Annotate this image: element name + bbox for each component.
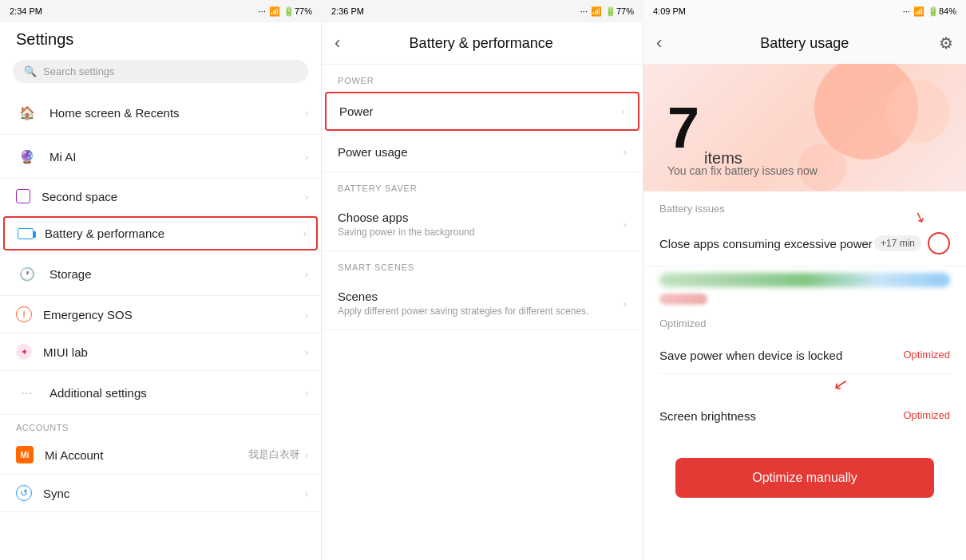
sidebar-item-mi-account[interactable]: Mi Mi Account 我是白衣呀 ›: [0, 436, 321, 475]
miui-label: MIUI lab: [43, 345, 305, 359]
panel3-title: Battery usage: [670, 35, 939, 52]
sidebar-item-home[interactable]: 🏠 Home screen & Recents ›: [0, 91, 321, 135]
search-bar[interactable]: 🔍 Search settings: [13, 60, 308, 83]
sidebar-item-sos[interactable]: ! Emergency SOS ›: [0, 296, 321, 333]
optimized-section: Optimized Save power when device is lock…: [643, 308, 966, 440]
sync-label: Sync: [43, 487, 305, 500]
wifi-p1: 📶: [269, 6, 280, 17]
close-apps-issue-title: Close apps consuming excessive power: [659, 235, 874, 252]
sidebar-item-sync[interactable]: ↺ Sync ›: [0, 475, 321, 512]
battery-usage-panel: ‹ Battery usage ⚙ 7 items You can fix ba…: [643, 22, 966, 560]
power-usage-title: Power usage: [338, 145, 624, 159]
sos-label: Emergency SOS: [43, 308, 305, 321]
sidebar-item-additional[interactable]: ··· Additional settings ›: [0, 371, 321, 415]
battery-performance-panel: ‹ Battery & performance POWER Power › Po…: [322, 22, 643, 560]
scenes-subtitle: Apply different power saving strategies …: [338, 306, 624, 317]
battery-perf-icon: [18, 228, 34, 239]
battery-p1: 🔋77%: [283, 6, 312, 17]
power-item-title: Power: [339, 105, 622, 118]
storage-icon: 🕐: [16, 262, 38, 285]
battery-saver-label: BATTERY SAVER: [322, 172, 643, 198]
chevron-icon: ›: [305, 191, 308, 203]
chevron-icon: ›: [305, 309, 308, 321]
chevron-icon: ›: [305, 487, 308, 499]
battery-perf-label: Battery & performance: [45, 227, 303, 240]
power-item[interactable]: Power ›: [325, 92, 639, 131]
chevron-icon: ›: [305, 346, 308, 358]
battery-p3: 🔋84%: [928, 6, 956, 17]
choose-apps-subtitle: Saving power in the background: [338, 227, 624, 238]
smart-scenes-label: SMART SCENES: [322, 251, 643, 277]
chevron-icon: ›: [305, 268, 308, 280]
screen-brightness-title: Screen brightness: [659, 408, 903, 424]
blurred-bar-1: [659, 273, 950, 287]
choose-apps-title: Choose apps: [338, 211, 624, 224]
save-power-status: Optimized: [903, 349, 950, 361]
choose-apps-item[interactable]: Choose apps Saving power in the backgrou…: [322, 198, 643, 251]
mi-account-value: 我是白衣呀: [248, 448, 300, 462]
panel2-header: ‹ Battery & performance: [322, 22, 643, 64]
status-bar-p3: 4:09 PM ··· 📶 🔋84%: [643, 0, 966, 22]
status-bar-p2: 2:36 PM ··· 📶 🔋77%: [322, 0, 643, 22]
settings-list: 🏠 Home screen & Recents › 🔮 Mi AI › Seco…: [0, 91, 321, 560]
optimize-manually-button[interactable]: Optimize manually: [675, 458, 934, 498]
chevron-icon: ›: [622, 105, 625, 117]
signal-p1: ···: [259, 6, 266, 16]
scenes-title: Scenes: [338, 290, 624, 303]
signal-p3: ···: [903, 6, 910, 16]
save-power-item[interactable]: Save power when device is locked Optimiz…: [659, 337, 950, 374]
chevron-icon: ›: [624, 298, 627, 310]
additional-icon: ···: [16, 381, 38, 404]
wifi-p2: 📶: [591, 6, 602, 17]
miui-icon: ✦: [16, 344, 32, 360]
hero-number: 7: [667, 99, 699, 156]
sidebar-item-ai[interactable]: 🔮 Mi AI ›: [0, 135, 321, 179]
time-badge: +17 min: [874, 235, 921, 251]
panel2-title: Battery & performance: [348, 35, 630, 52]
back-button-p3[interactable]: ‹: [656, 33, 662, 53]
storage-label: Storage: [49, 267, 305, 281]
chevron-icon: ›: [305, 107, 308, 119]
toggle-button[interactable]: [928, 232, 950, 254]
chevron-icon: ›: [305, 449, 308, 461]
home-label: Home screen & Recents: [49, 106, 305, 120]
sidebar-item-battery[interactable]: Battery & performance ›: [3, 216, 318, 250]
panel3-header: ‹ Battery usage ⚙: [643, 22, 966, 64]
second-space-icon: [16, 189, 30, 203]
time-p3: 4:09 PM: [653, 6, 686, 16]
screen-brightness-status: Optimized: [903, 409, 950, 421]
home-icon: 🏠: [16, 101, 38, 124]
status-bar-p1: 2:34 PM ··· 📶 🔋77%: [0, 0, 322, 22]
search-placeholder: Search settings: [43, 65, 115, 77]
chevron-icon: ›: [624, 146, 627, 158]
mi-account-label: Mi Account: [45, 448, 248, 462]
chevron-icon: ›: [303, 227, 307, 239]
battery-hero: 7 items You can fix battery issues now: [643, 64, 966, 191]
chevron-icon: ›: [305, 387, 308, 399]
signal-p2: ···: [580, 6, 588, 16]
save-power-title: Save power when device is locked: [659, 347, 903, 364]
screen-brightness-item[interactable]: Screen brightness Optimized: [659, 398, 950, 434]
scenes-item[interactable]: Scenes Apply different power saving stra…: [322, 277, 643, 330]
wifi-p3: 📶: [913, 6, 924, 17]
battery-p2: 🔋77%: [605, 6, 634, 17]
search-icon: 🔍: [24, 65, 37, 77]
sidebar-item-second-space[interactable]: Second space ›: [0, 179, 321, 215]
settings-title: Settings: [0, 22, 321, 55]
ai-label: Mi AI: [49, 150, 305, 164]
chevron-icon: ›: [624, 219, 627, 231]
sidebar-item-storage[interactable]: 🕐 Storage ›: [0, 252, 321, 296]
gear-icon[interactable]: ⚙: [939, 34, 953, 53]
mi-account-icon: Mi: [16, 446, 34, 463]
ai-icon: 🔮: [16, 145, 38, 168]
sos-icon: !: [16, 306, 32, 322]
hero-subtitle: You can fix battery issues now: [667, 164, 818, 177]
close-apps-issue: Close apps consuming excessive power +17…: [643, 221, 966, 266]
additional-label: Additional settings: [49, 386, 305, 400]
back-button[interactable]: ‹: [335, 33, 340, 53]
sidebar-item-miui[interactable]: ✦ MIUI lab ›: [0, 333, 321, 371]
second-space-label: Second space: [42, 190, 305, 203]
power-section-label: POWER: [322, 65, 643, 90]
settings-panel: Settings 🔍 Search settings 🏠 Home screen…: [0, 22, 322, 560]
power-usage-item[interactable]: Power usage ›: [322, 132, 643, 172]
